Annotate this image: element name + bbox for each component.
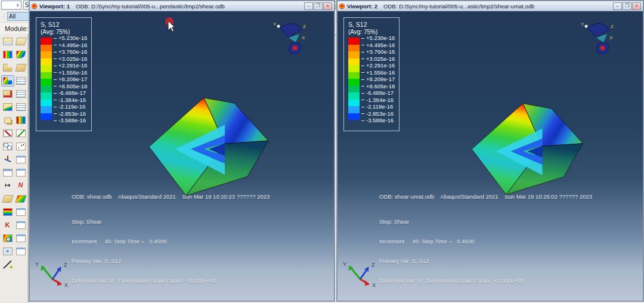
viewport-2[interactable]: Viewport: 2 ODB: D:/Sync/my-tutorial/005… (336, 0, 644, 302)
minimize-button[interactable]: – (304, 2, 313, 10)
orientation-options-icon (16, 103, 26, 111)
material-orientation-ply-button[interactable]: K (1, 219, 14, 231)
contour-spectrum-button[interactable] (14, 49, 27, 60)
plot-material-orientations-button[interactable] (1, 101, 14, 113)
close-button[interactable]: × (632, 2, 641, 10)
increment-line: Increment 45: Step Time = 0.4500 (72, 238, 270, 245)
allow-multiple-plot-states-button[interactable] (1, 115, 14, 126)
compass-z-label: Z (611, 24, 614, 29)
animation-frame-table-button[interactable] (1, 36, 14, 47)
legend-color-band (41, 45, 52, 52)
view-cut-manager-button[interactable] (1, 233, 14, 244)
result-options-button[interactable] (14, 36, 27, 47)
create-field-output-from-frames-button[interactable] (1, 193, 14, 205)
xy-plot-options-button[interactable] (14, 167, 27, 178)
legend-tick-label: -2.119e-16 (54, 103, 87, 110)
orientation-manager-button[interactable] (14, 219, 27, 231)
legend-tick-label: +2.291e-16 (54, 62, 87, 69)
legend-tick-label: +1.556e-16 (54, 69, 87, 76)
module-label: Module: (5, 25, 28, 32)
step-line: Step: Shear (72, 218, 270, 225)
orientation-options-button[interactable] (14, 101, 27, 113)
symbol-options-button[interactable] (14, 88, 27, 100)
triad-y-label: Y (35, 261, 39, 267)
legend-color-band (41, 72, 52, 79)
viewport-icon (32, 4, 37, 9)
animation-options-button[interactable] (14, 141, 27, 152)
viewport-1-title: Viewport: 1 (39, 3, 70, 10)
xy-data-manager-button[interactable] (1, 167, 14, 178)
legend-color-band (348, 86, 360, 93)
toolbar-handle[interactable]: ⋮ (0, 11, 7, 21)
viewport-2-titlebar[interactable]: Viewport: 2 ODB: D:/Sync/my-tutorial/005… (338, 1, 643, 11)
ply-stack-plot-button[interactable] (1, 206, 14, 218)
legend-color-band (41, 106, 52, 113)
plot-undeformed-shape-button[interactable] (1, 62, 14, 73)
plot-contours-on-deformed-button[interactable] (1, 75, 14, 86)
plot-symbols-button[interactable] (1, 88, 14, 100)
legend-tick-label: +4.495e-16 (361, 42, 395, 49)
animate-harmonic-button[interactable] (1, 141, 14, 152)
view-compass[interactable]: Y Z X (268, 18, 311, 54)
compass-y-label: Y (273, 21, 277, 27)
legend-tick-label: +1.556e-16 (361, 69, 395, 76)
field-output-table-button[interactable] (1, 49, 14, 60)
xyz-triad: Y Z X (342, 260, 380, 291)
viewport-2-title: Viewport: 2 (347, 3, 377, 10)
restore-button[interactable]: ❐ (314, 2, 323, 10)
animate-scale-factor-button[interactable] (14, 128, 27, 139)
viewport-1-odb-path: ODB: D:/Sync/my-tutorial/005-u...perelas… (76, 3, 225, 10)
create-annotation-icon (3, 261, 13, 268)
restore-button[interactable]: ❐ (623, 2, 631, 10)
material-orientation-ply-icon: K (3, 221, 13, 229)
activate-probe-button[interactable]: ↦ (1, 180, 14, 191)
legend-tick-label: +2.291e-16 (361, 62, 395, 69)
viewport-1-canvas[interactable]: S, S12 (Avg: 75%) +5.230e-16+4.495e-16+3… (30, 11, 334, 301)
field-output-options-icon (14, 195, 26, 203)
viewport-1[interactable]: Viewport: 1 ODB: D:/Sync/my-tutorial/005… (29, 0, 335, 302)
display-group-value: All (9, 13, 16, 20)
superimpose-options-button[interactable] (14, 115, 27, 126)
legend-color-band (348, 106, 360, 113)
minimize-button[interactable]: – (613, 2, 622, 10)
contour-options-button[interactable] (14, 75, 27, 86)
query-xy-button[interactable]: N (14, 180, 27, 191)
create-annotation-button[interactable] (1, 259, 14, 270)
common-plot-options-button[interactable] (14, 62, 27, 73)
animate-time-history-icon (3, 129, 13, 137)
field-output-options-button[interactable] (14, 193, 27, 205)
frame-selector-dropdown[interactable]: ∨ (1, 1, 21, 10)
legend-color-band (348, 100, 360, 107)
xy-data-options-button[interactable] (14, 154, 27, 165)
activate-probe-icon: ↦ (3, 182, 13, 190)
legend-title: S, S12 (41, 21, 87, 28)
legend-color-band (41, 92, 52, 100)
animate-time-history-button[interactable] (1, 128, 14, 139)
viewport-2-canvas[interactable]: S, S12 (Avg: 75%) +5.230e-16+4.495e-16+3… (338, 11, 643, 301)
contour-legend: S, S12 (Avg: 75%) +5.230e-16+4.495e-16+3… (36, 17, 92, 131)
triad-x-label: X (372, 282, 376, 288)
legend-color-band (41, 58, 52, 66)
ply-stack-options-button[interactable] (14, 206, 27, 218)
viewport-1-titlebar[interactable]: Viewport: 1 ODB: D:/Sync/my-tutorial/005… (30, 1, 334, 11)
animation-frame-table-icon (3, 38, 13, 45)
view-compass[interactable]: Y Z X (576, 18, 619, 54)
free-body-options-button[interactable] (14, 246, 27, 257)
increment-line: Increment 45: Step Time = 0.4500 (379, 238, 592, 245)
legend-tick-label: +5.230e-16 (54, 35, 87, 42)
legend-labels: +5.230e-16+4.495e-16+3.760e-16+3.025e-16… (361, 35, 395, 124)
view-cut-options-icon (16, 234, 26, 242)
view-cut-options-button[interactable] (14, 233, 27, 244)
triad-z-label: Z (371, 262, 375, 268)
legend-tick-label: -3.588e-16 (54, 117, 87, 124)
legend-tick-label: +3.025e-16 (361, 55, 395, 63)
free-body-cut-icon: » (3, 248, 13, 255)
legend-color-band (348, 72, 360, 79)
free-body-cut-button[interactable]: » (1, 246, 14, 257)
legend-color-band (41, 38, 52, 45)
free-body-options-icon (16, 248, 26, 255)
close-button[interactable]: × (323, 2, 332, 10)
mouse-cursor (163, 17, 179, 33)
compass-x-label: X (302, 35, 305, 41)
create-xy-data-button[interactable] (1, 154, 14, 165)
